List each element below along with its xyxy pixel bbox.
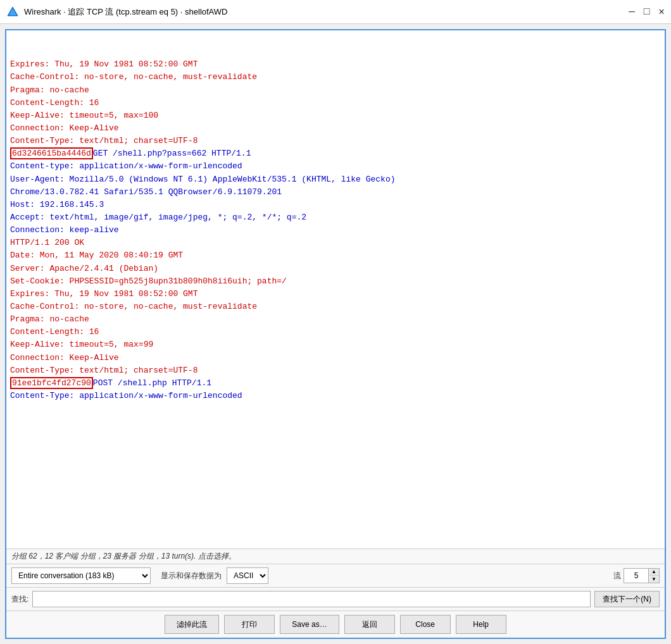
stream-line: 6d3246615ba4446dGET /shell.php?pass=662 … xyxy=(10,147,661,160)
stream-line: Content-Length: 16 xyxy=(10,97,661,109)
stream-line: Content-Length: 16 xyxy=(10,326,661,338)
encoding-label: 显示和保存数据为 xyxy=(161,571,222,581)
save-as-button[interactable]: Save as… xyxy=(280,615,339,634)
stream-spinner: ▲ ▼ xyxy=(648,568,660,583)
stream-line: Keep-Alive: timeout=5, max=100 xyxy=(10,109,661,122)
stream-line: Connection: keep-alive xyxy=(10,224,661,237)
stream-line: Date: Mon, 11 May 2020 08:40:19 GMT xyxy=(10,249,661,262)
conversation-dropdown[interactable]: Entire conversation (183 kB) xyxy=(11,567,151,584)
stream-line: Content-Type: text/html; charset=UTF-8 xyxy=(10,135,661,147)
stream-line: Cache-Control: no-store, no-cache, must-… xyxy=(10,300,661,313)
stream-line: Host: 192.168.145.3 xyxy=(10,199,661,211)
print-button[interactable]: 打印 xyxy=(224,615,275,634)
stream-controls: 流 ▲ ▼ xyxy=(613,568,660,583)
stream-line: Content-Type: text/html; charset=UTF-8 xyxy=(10,364,661,377)
search-label: 查找: xyxy=(11,594,28,605)
controls-row: Entire conversation (183 kB) 显示和保存数据为 AS… xyxy=(6,564,665,587)
highlight-token: 91ee1bfc4fd27c90 xyxy=(10,377,93,389)
filter-button[interactable]: 滤掉此流 xyxy=(165,615,219,634)
highlight-token: 6d3246615ba4446d xyxy=(10,147,93,159)
stream-line: Pragma: no-cache xyxy=(10,313,661,326)
minimize-button[interactable]: — xyxy=(629,7,635,17)
buttons-row: 滤掉此流 打印 Save as… 返回 Close Help xyxy=(6,610,665,638)
stream-line: Connection: Keep-Alive xyxy=(10,352,661,364)
stream-line: Expires: Thu, 19 Nov 1981 08:52:00 GMT xyxy=(10,58,661,71)
title-bar: Wireshark · 追踪 TCP 流 (tcp.stream eq 5) ·… xyxy=(0,0,671,24)
status-bar: 分组 62，12 客户端 分组，23 服务器 分组，13 turn(s). 点击… xyxy=(6,548,665,564)
stream-line: Accept: text/html, image/gif, image/jpeg… xyxy=(10,211,661,224)
close-button[interactable]: Close xyxy=(400,615,451,634)
stream-line: Keep-Alive: timeout=5, max=99 xyxy=(10,338,661,351)
wireshark-logo xyxy=(6,6,19,18)
stream-line: Chrome/13.0.782.41 Safari/535.1 QQBrowse… xyxy=(10,186,661,199)
find-next-button[interactable]: 查找下一个(N) xyxy=(594,591,660,607)
window-controls: — □ ✕ xyxy=(629,7,665,17)
back-button[interactable]: 返回 xyxy=(344,615,395,634)
stream-down-button[interactable]: ▼ xyxy=(649,576,659,583)
stream-line: Content-type: application/x-www-form-url… xyxy=(10,160,661,173)
stream-line: Connection: Keep-Alive xyxy=(10,122,661,135)
stream-line: Content-Type: application/x-www-form-url… xyxy=(10,390,661,402)
stream-input[interactable] xyxy=(624,568,649,583)
stream-line: Expires: Thu, 19 Nov 1981 08:52:00 GMT xyxy=(10,288,661,300)
stream-up-button[interactable]: ▲ xyxy=(649,569,659,576)
stream-line: HTTP/1.1 200 OK xyxy=(10,237,661,249)
stream-line: Set-Cookie: PHPSESSID=gh525j8upn31b809h0… xyxy=(10,275,661,288)
tcp-stream-content[interactable]: Expires: Thu, 19 Nov 1981 08:52:00 GMTCa… xyxy=(6,30,665,548)
stream-line: 91ee1bfc4fd27c90POST /shell.php HTTP/1.1 xyxy=(10,377,661,390)
stream-line: Pragma: no-cache xyxy=(10,84,661,97)
encoding-dropdown[interactable]: ASCII xyxy=(227,567,268,584)
stream-line: Server: Apache/2.4.41 (Debian) xyxy=(10,263,661,275)
window-title: Wireshark · 追踪 TCP 流 (tcp.stream eq 5) ·… xyxy=(24,6,629,18)
search-input[interactable] xyxy=(32,591,591,607)
close-button[interactable]: ✕ xyxy=(658,7,665,17)
search-row: 查找: 查找下一个(N) xyxy=(6,587,665,610)
stream-line: User-Agent: Mozilla/5.0 (Windows NT 6.1)… xyxy=(10,173,661,186)
main-window: Expires: Thu, 19 Nov 1981 08:52:00 GMTCa… xyxy=(5,29,666,639)
maximize-button[interactable]: □ xyxy=(644,7,650,17)
help-button[interactable]: Help xyxy=(456,615,506,634)
stream-label: 流 xyxy=(613,571,621,581)
stream-line: Cache-Control: no-store, no-cache, must-… xyxy=(10,71,661,84)
